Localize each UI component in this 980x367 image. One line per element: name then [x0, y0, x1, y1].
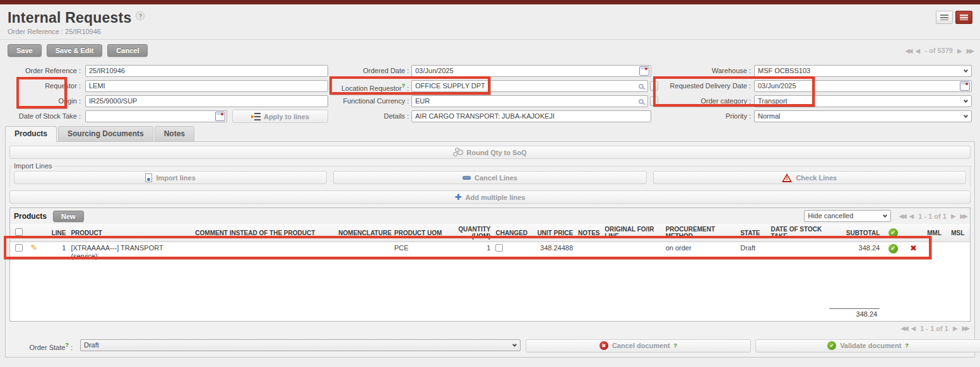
cell-original-line — [602, 242, 663, 265]
check-lines-button[interactable]: Check Lines — [653, 171, 966, 184]
cell-procurement: on order — [663, 242, 738, 265]
title-help-icon[interactable]: ? — [136, 11, 145, 20]
plus-icon: ✚ — [455, 194, 462, 201]
stock-take-field[interactable] — [85, 110, 227, 122]
delivery-date-label: Requested Delivery Date : — [647, 80, 751, 92]
cancel-document-button[interactable]: ✖ Cancel document ? — [526, 339, 751, 352]
col-notes: NOTES — [576, 224, 602, 242]
select-all-checkbox[interactable] — [15, 228, 23, 236]
empty-filler-row — [10, 265, 970, 306]
location-requestor-help-icon[interactable]: ? — [401, 83, 405, 89]
minus-icon — [463, 176, 471, 180]
col-original-line: ORIGINAL FO/IR LINE — [602, 224, 663, 242]
location-requestor-label: Location Requestor? : — [328, 80, 409, 92]
lines-pager-top: ◀◀ ◀ 1 - 1 of 1 ▶ ▶▶ — [899, 213, 966, 220]
edit-pencil-icon[interactable]: ✎ — [30, 244, 37, 252]
save-edit-button[interactable]: Save & Edit — [47, 44, 103, 57]
apply-to-lines-icon — [251, 113, 261, 120]
origin-input[interactable]: IR25/9000/SUP — [85, 95, 328, 107]
first-page-icon[interactable]: ◀◀ — [899, 213, 904, 219]
first-record-icon[interactable]: ◀◀ — [905, 47, 911, 54]
line-valid-icon[interactable]: ✔ — [888, 244, 898, 253]
stock-take-label: Date of Stock Take : — [0, 110, 81, 122]
order-state-help-icon[interactable]: ? — [65, 342, 69, 348]
ordered-date-value: 03/Jun/2025 — [415, 66, 639, 76]
apply-to-lines-button[interactable]: Apply to lines — [232, 110, 328, 123]
tab-notes[interactable]: Notes — [155, 126, 194, 142]
details-input[interactable]: AIR CARGO TRANSPORT: JUBA-KAJOKEJI — [411, 110, 651, 122]
form-view-button[interactable] — [955, 11, 972, 24]
chevron-down-icon — [512, 342, 517, 346]
col-nomenclature: NOMENCLATURE — [336, 224, 391, 242]
products-table: LINE PRODUCT COMMENT INSTEAD OF THE PROD… — [10, 224, 970, 321]
hide-cancelled-select[interactable]: Hide cancelled — [804, 210, 891, 222]
order-reference-subtitle: Order Reference : 25/IR10946 — [8, 28, 972, 39]
next-page-icon[interactable]: ▶ — [951, 213, 956, 219]
search-icon[interactable] — [639, 84, 644, 89]
product-row[interactable]: ✎ 1 [XTRAAAAA---] TRANSPORT (service) PC… — [10, 242, 970, 265]
save-button[interactable]: Save — [8, 44, 42, 57]
row-checkbox[interactable] — [15, 244, 23, 252]
location-requestor-field[interactable]: OFFICE SUPPLY DPT — [411, 80, 648, 92]
cancel-document-help-icon[interactable]: ? — [674, 342, 678, 349]
import-lines-button[interactable]: Import lines — [14, 171, 327, 184]
last-record-icon[interactable]: ▶▶ — [967, 47, 972, 54]
col-procurement: PROCUREMENT METHOD — [663, 224, 738, 242]
notebook-tabs: Products Sourcing Documents Notes — [5, 126, 975, 142]
previous-page-icon[interactable]: ◀ — [911, 325, 916, 332]
order-reference-input[interactable]: 25/IR10946 — [85, 65, 328, 77]
cell-product-uom: PCE — [392, 242, 452, 265]
coins-icon — [453, 148, 463, 156]
line-valid-header-icon: ✔ — [888, 228, 898, 238]
last-page-icon[interactable]: ▶▶ — [962, 325, 968, 332]
origin-label: Origin : — [0, 95, 81, 107]
cell-unit-price: 348.24488 — [530, 242, 576, 265]
priority-select[interactable]: Normal — [754, 110, 972, 122]
cell-quantity: 1 — [452, 242, 493, 265]
col-changed: CHANGED — [493, 224, 529, 242]
tab-sourcing-documents[interactable]: Sourcing Documents — [58, 126, 153, 142]
cell-stock-take — [768, 242, 826, 265]
validate-document-button[interactable]: ✔ Validate document ? — [755, 339, 980, 352]
order-state-select[interactable]: Draft — [80, 339, 521, 351]
cancel-lines-button[interactable]: Cancel Lines — [333, 171, 646, 184]
col-mml: MML — [923, 224, 946, 242]
next-page-icon[interactable]: ▶ — [953, 325, 958, 332]
table-header-row: LINE PRODUCT COMMENT INSTEAD OF THE PROD… — [10, 224, 970, 242]
last-page-icon[interactable]: ▶▶ — [960, 213, 966, 219]
list-view-button[interactable] — [936, 11, 953, 24]
tab-products[interactable]: Products — [5, 126, 57, 142]
col-unit-price: UNIT PRICE — [530, 224, 576, 242]
order-category-select[interactable]: Transport — [754, 95, 972, 107]
add-multiple-lines-button[interactable]: ✚ Add multiple lines — [9, 190, 971, 204]
delivery-date-field[interactable]: 03/Jun/2025 — [754, 80, 972, 92]
cancel-button[interactable]: Cancel — [107, 44, 148, 57]
changed-checkbox[interactable] — [495, 244, 503, 252]
cell-product: [XTRAAAAA---] TRANSPORT (service) — [68, 242, 192, 265]
warehouse-select[interactable]: MSF OCBSS103 — [754, 65, 972, 77]
col-subtotal: SUBTOTAL — [827, 224, 882, 242]
calendar-icon[interactable] — [960, 81, 970, 91]
search-icon[interactable] — [639, 99, 644, 104]
list-view-icon — [940, 15, 948, 20]
previous-record-icon[interactable]: ◀ — [916, 47, 921, 54]
functional-currency-field[interactable]: EUR — [411, 95, 648, 107]
requestor-input[interactable]: LEMI — [85, 80, 328, 92]
new-line-button[interactable]: New — [53, 211, 84, 222]
page-header: Internal Requests? Order Reference : 25/… — [0, 4, 980, 39]
calendar-icon[interactable] — [215, 112, 225, 121]
first-page-icon[interactable]: ◀◀ — [900, 325, 906, 332]
total-row: 348.24 — [10, 306, 970, 321]
cancel-document-icon: ✖ — [599, 341, 608, 350]
import-lines-group: Import Lines Import lines Cancel Lines C… — [9, 162, 971, 187]
next-record-icon[interactable]: ▶ — [957, 47, 962, 54]
warehouse-label: Warehouse : — [647, 65, 751, 77]
previous-page-icon[interactable]: ◀ — [909, 213, 914, 219]
ordered-date-field[interactable]: 03/Jun/2025 — [411, 65, 651, 77]
delete-line-icon[interactable]: ✖ — [910, 244, 917, 252]
validate-document-help-icon[interactable]: ? — [905, 342, 909, 349]
record-pager: ◀◀ ◀ - of 5379 ▶ ▶▶ — [905, 47, 972, 54]
cell-state: Draft — [738, 242, 768, 265]
round-qty-to-soq-button[interactable]: Round Qty to SoQ — [9, 146, 971, 159]
order-category-label: Order category : — [647, 95, 751, 107]
